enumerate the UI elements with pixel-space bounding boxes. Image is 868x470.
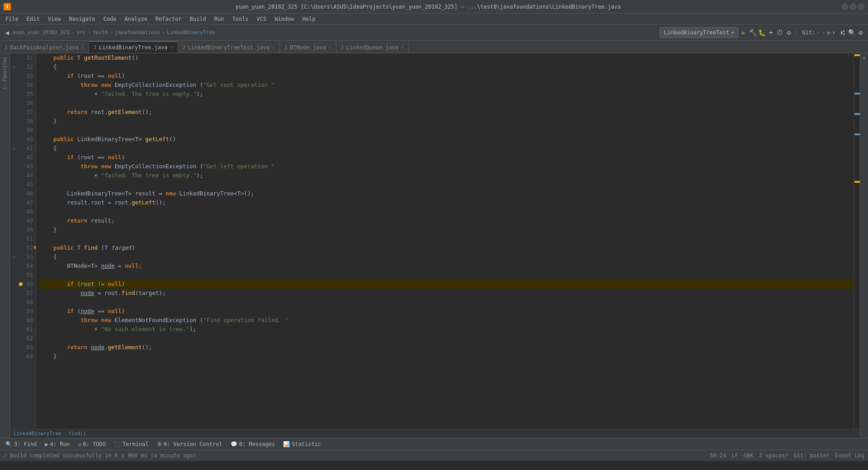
code-line-41[interactable]: { bbox=[40, 144, 854, 153]
favorites-label[interactable]: 2: Favorites bbox=[2, 57, 7, 90]
code-line-53[interactable]: { bbox=[40, 252, 854, 261]
menu-refactor[interactable]: Refactor bbox=[152, 15, 185, 23]
tab-close-1[interactable]: ✕ bbox=[81, 45, 84, 50]
tool-messages[interactable]: 💬 0: Messages bbox=[227, 439, 278, 449]
breadcrumb-method[interactable]: find() bbox=[68, 431, 86, 437]
tool-terminal[interactable]: ⬛ Terminal bbox=[110, 439, 152, 449]
git-status[interactable]: Git: ✓ ✓ ↻ ↑ bbox=[800, 29, 837, 36]
code-line-56[interactable]: if (root != null) bbox=[40, 280, 854, 289]
tool-statistic[interactable]: 📊 Statistic bbox=[279, 439, 325, 449]
maximize-button[interactable]: □ bbox=[850, 4, 856, 10]
tab-btnode[interactable]: J BTNode.java ✕ bbox=[280, 41, 336, 53]
menu-bar: File Edit View Navigate Code Analyze Ref… bbox=[0, 14, 868, 24]
code-line-38[interactable]: } bbox=[40, 117, 854, 126]
code-content[interactable]: public T getRootElement() { if (root == … bbox=[36, 53, 854, 429]
code-line-51[interactable] bbox=[40, 234, 854, 243]
indent[interactable]: 3 spaces* bbox=[759, 452, 788, 459]
code-line-47[interactable]: result.root = root.getLeft(); bbox=[40, 198, 854, 207]
ann-45 bbox=[10, 180, 19, 189]
close-button[interactable]: ✕ bbox=[858, 4, 864, 10]
code-line-63[interactable]: return node.getElement(); bbox=[40, 343, 854, 352]
code-line-35[interactable]: + "failed. The tree is empty."); bbox=[40, 90, 854, 99]
code-line-31[interactable]: public T getRootElement() bbox=[40, 53, 854, 62]
tab-linkedqueue[interactable]: J LinkedQueue.java ✕ bbox=[336, 41, 409, 53]
settings-button[interactable]: ⚙ bbox=[785, 29, 793, 36]
git-branches-icon[interactable]: ⑆ bbox=[839, 29, 846, 36]
run-button[interactable]: ▶ bbox=[740, 29, 747, 36]
tab-close-2[interactable]: ✕ bbox=[170, 45, 173, 50]
debug-button[interactable]: 🐛 bbox=[758, 29, 765, 36]
menu-edit[interactable]: Edit bbox=[23, 15, 43, 23]
coverage-button[interactable]: ☂ bbox=[767, 29, 774, 36]
ann-53[interactable]: ▾ bbox=[10, 252, 19, 261]
git-branch[interactable]: Git: master bbox=[793, 452, 829, 459]
terminal-icon: ⬛ bbox=[114, 441, 121, 447]
charset[interactable]: GBK bbox=[744, 452, 754, 459]
ann-41[interactable]: ▾ bbox=[10, 144, 19, 153]
code-line-59[interactable]: if (node == null) bbox=[40, 307, 854, 316]
menu-navigate[interactable]: Navigate bbox=[66, 15, 99, 23]
code-line-62[interactable] bbox=[40, 334, 854, 343]
profile-button[interactable]: ⏱ bbox=[776, 29, 783, 36]
gutter-warn-2 bbox=[854, 181, 860, 183]
tab-linkedbinarytree[interactable]: J LinkedBinaryTree.java ✕ bbox=[89, 41, 178, 53]
tab-close-4[interactable]: ✕ bbox=[329, 45, 331, 50]
code-line-36[interactable] bbox=[40, 99, 854, 108]
code-line-50[interactable]: } bbox=[40, 225, 854, 234]
run-config-button[interactable]: LinkedBinaryTreeTest ▾ bbox=[660, 27, 738, 38]
breadcrumb-class[interactable]: LinkedBinaryTree bbox=[14, 431, 61, 437]
tool-vcs[interactable]: ⑨ 9: Version Control bbox=[153, 439, 226, 449]
cursor-position[interactable]: 56:24 bbox=[710, 452, 726, 459]
tab-backpainanalyzer[interactable]: J BackPainAnalyzer.java ✕ bbox=[0, 41, 89, 53]
code-line-60[interactable]: throw new ElementNotFoundException ("Fin… bbox=[40, 316, 854, 325]
menu-help[interactable]: Help bbox=[299, 15, 319, 23]
tool-run[interactable]: ▶ 4: Run bbox=[42, 439, 74, 449]
right-icon-1[interactable]: ▲ bbox=[863, 55, 865, 60]
menu-run[interactable]: Run bbox=[211, 15, 228, 23]
code-line-61[interactable]: + "No such element in tree."); bbox=[40, 325, 854, 334]
code-line-55[interactable] bbox=[40, 271, 854, 280]
back-icon[interactable]: ◀ bbox=[4, 29, 11, 36]
code-line-37[interactable]: return root.getElement(); bbox=[40, 108, 854, 117]
ann-32[interactable]: ▾ bbox=[10, 62, 19, 71]
code-line-46[interactable]: LinkedBinaryTree<T> result = new LinkedB… bbox=[40, 189, 854, 198]
code-line-45[interactable] bbox=[40, 180, 854, 189]
code-line-33[interactable]: if (root == null) bbox=[40, 71, 854, 81]
menu-vcs[interactable]: VCS bbox=[253, 15, 270, 23]
code-line-39[interactable] bbox=[40, 126, 854, 135]
code-line-54[interactable]: BTNode<T> node = null; bbox=[40, 261, 854, 271]
menu-tools[interactable]: Tools bbox=[229, 15, 252, 23]
code-line-48[interactable] bbox=[40, 207, 854, 216]
minimize-button[interactable]: — bbox=[842, 4, 848, 10]
code-line-42[interactable]: if (root == null) bbox=[40, 153, 854, 162]
window-controls[interactable]: — □ ✕ bbox=[842, 4, 864, 10]
code-line-64[interactable]: } bbox=[40, 352, 854, 361]
tab-close-3[interactable]: ✕ bbox=[272, 45, 275, 50]
code-line-52[interactable]: public T find (T target) bbox=[40, 243, 854, 252]
code-line-43[interactable]: throw new EmptyCollectionException ("Get… bbox=[40, 162, 854, 171]
settings-gear-icon[interactable]: ⚙ bbox=[857, 29, 864, 36]
code-line-58[interactable] bbox=[40, 298, 854, 307]
tab-linkedbinarytreetest[interactable]: J LinkedBinaryTreeTest.java ✕ bbox=[178, 41, 280, 53]
tool-find[interactable]: 🔍 3: Find bbox=[2, 439, 41, 449]
line-ending[interactable]: LF bbox=[731, 452, 738, 459]
menu-view[interactable]: View bbox=[44, 15, 65, 23]
menu-code[interactable]: Code bbox=[100, 15, 120, 23]
menu-analyze[interactable]: Analyze bbox=[121, 15, 151, 23]
menu-window[interactable]: Window bbox=[271, 15, 297, 23]
menu-file[interactable]: File bbox=[2, 15, 22, 23]
menu-build[interactable]: Build bbox=[186, 15, 210, 23]
event-log[interactable]: Event Log bbox=[835, 452, 864, 459]
code-line-49[interactable]: return result; bbox=[40, 216, 854, 225]
run-icon: ▶ bbox=[45, 441, 48, 447]
git-push-icon: ↑ bbox=[832, 29, 835, 36]
build-button[interactable]: 🔨 bbox=[749, 29, 756, 36]
code-line-40[interactable]: public LinkedBinaryTree<T> getLeft() bbox=[40, 135, 854, 144]
code-line-34[interactable]: throw new EmptyCollectionException ("Get… bbox=[40, 81, 854, 90]
code-line-57[interactable]: node = root.find(target); bbox=[40, 289, 854, 298]
tab-close-5[interactable]: ✕ bbox=[401, 45, 404, 50]
search-everywhere-icon[interactable]: 🔍 bbox=[848, 29, 855, 36]
tool-todo[interactable]: ☑ 6: TODO bbox=[74, 439, 109, 449]
code-line-44[interactable]: + "failed. The tree is empty."); bbox=[40, 171, 854, 180]
code-line-32[interactable]: { bbox=[40, 62, 854, 71]
